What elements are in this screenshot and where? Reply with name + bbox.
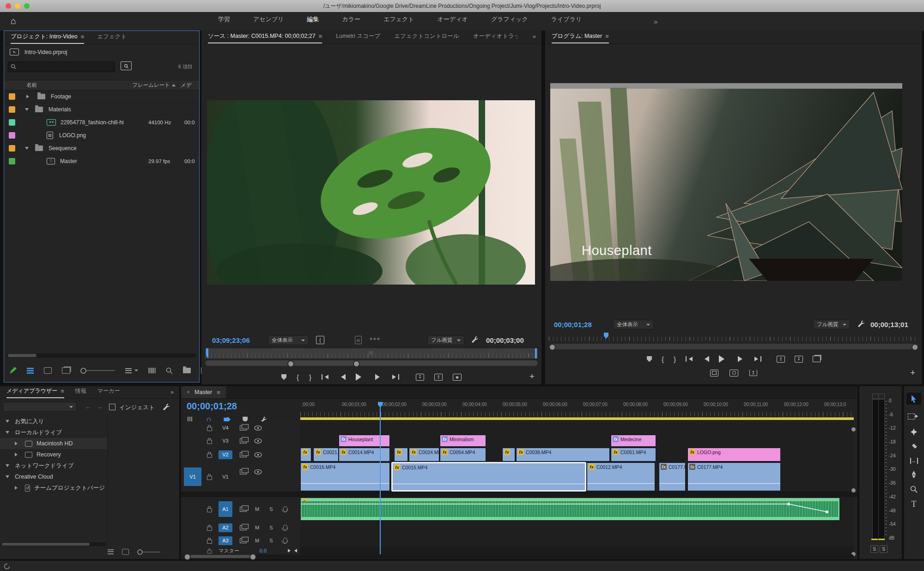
- tree-item[interactable]: ネットワークドライブ: [0, 460, 107, 471]
- track-lane-v3[interactable]: fx Houseplant fx Minimalism fx Medecine: [300, 434, 854, 448]
- step-forward-button[interactable]: [738, 356, 745, 362]
- panel-overflow-icon[interactable]: »: [170, 389, 173, 395]
- go-to-out-button[interactable]: [392, 374, 399, 380]
- export-frame-icon[interactable]: ◉: [453, 374, 462, 381]
- sync-lock-icon[interactable]: [240, 507, 247, 512]
- workspace-tab-assembly[interactable]: アセンブリ: [252, 13, 285, 25]
- timeline-clip[interactable]: fx Medecine: [611, 435, 656, 447]
- tree-divider[interactable]: [107, 414, 108, 541]
- label-color-swatch[interactable]: [9, 119, 15, 126]
- fit-icon[interactable]: [288, 549, 297, 553]
- lock-icon[interactable]: [207, 508, 212, 512]
- program-fit-dropdown[interactable]: 全体表示: [613, 320, 654, 329]
- timeline-clip[interactable]: fx C0012.MP4: [587, 462, 655, 491]
- search-bin-button[interactable]: [121, 61, 132, 70]
- zoom-tool[interactable]: [906, 483, 921, 495]
- timeline-clip[interactable]: fx C0021.: [313, 448, 339, 462]
- export-frame-button[interactable]: [729, 370, 738, 377]
- label-color-swatch[interactable]: [9, 145, 15, 152]
- safe-margins-button[interactable]: [710, 370, 718, 377]
- timeline-audio-clip[interactable]: fx: [300, 498, 840, 521]
- item-label[interactable]: LOGO.png: [59, 132, 199, 139]
- tab-lumetri-scopes[interactable]: Lumetri スコープ: [336, 30, 380, 43]
- lock-icon[interactable]: [207, 454, 212, 458]
- pen-tool[interactable]: [906, 468, 921, 480]
- sync-lock-icon[interactable]: [240, 538, 247, 543]
- project-horizontal-scrollbar[interactable]: [7, 353, 196, 358]
- panel-menu-icon[interactable]: ≡: [81, 33, 85, 40]
- track-header-v3[interactable]: V3: [181, 434, 300, 448]
- lock-icon[interactable]: [207, 476, 212, 480]
- workspace-tab-libraries[interactable]: ライブラリ: [550, 13, 583, 25]
- track-badge[interactable]: V1: [219, 473, 232, 481]
- timeline-clip[interactable]: fx Minimalism: [440, 435, 486, 447]
- selection-tool[interactable]: [906, 393, 921, 405]
- media-zoom-slider[interactable]: [137, 549, 160, 555]
- workspace-tab-editing[interactable]: 編集: [306, 13, 320, 25]
- tab-effect-controls[interactable]: エフェクトコントロール: [394, 30, 459, 43]
- step-forward-button[interactable]: [375, 374, 382, 380]
- timeline-clip[interactable]: fx C0014.MP4: [339, 448, 390, 462]
- timeline-clip[interactable]: fx C0038.MP4: [516, 448, 610, 462]
- track-badge[interactable]: A1: [219, 501, 232, 517]
- source-patch-v1[interactable]: V1: [184, 468, 201, 486]
- track-header-v1[interactable]: V1 V1: [181, 462, 300, 492]
- track-header-v2[interactable]: V2: [181, 447, 300, 462]
- track-badge[interactable]: A2: [219, 523, 232, 532]
- chevron-down-icon[interactable]: [6, 420, 9, 425]
- tree-item[interactable]: Recovery: [0, 449, 107, 460]
- mark-out-button[interactable]: }: [309, 373, 311, 381]
- item-label[interactable]: Footage: [51, 93, 199, 100]
- mark-in-button[interactable]: {: [297, 373, 299, 381]
- source-quality-dropdown[interactable]: フル画質: [427, 335, 464, 345]
- zoom-handle-left[interactable]: [287, 360, 294, 367]
- toggle-track-output-eye-icon[interactable]: [254, 469, 262, 474]
- tab-media-browser[interactable]: メディアブラウザー ≡: [6, 385, 64, 398]
- list-view-button[interactable]: [27, 368, 34, 374]
- extract-button[interactable]: ↧: [795, 356, 803, 363]
- project-item-bin[interactable]: Seequence: [4, 142, 199, 155]
- panel-menu-icon[interactable]: ≡: [319, 33, 322, 40]
- label-color-swatch[interactable]: [9, 106, 15, 113]
- chevron-right-icon[interactable]: [15, 442, 19, 445]
- minimize-window-button[interactable]: [15, 3, 20, 9]
- go-to-in-button[interactable]: [686, 356, 693, 362]
- tab-program[interactable]: プログラム: Master ≡: [552, 30, 609, 43]
- toggle-track-output-eye-icon[interactable]: [254, 425, 262, 431]
- timeline-clip[interactable]: fx: [394, 448, 408, 462]
- slip-tool[interactable]: ↔: [906, 455, 921, 467]
- vertical-scroll-handle[interactable]: [851, 488, 857, 493]
- track-badge[interactable]: V3: [219, 437, 232, 445]
- media-path-dropdown[interactable]: [3, 402, 77, 412]
- tab-source[interactable]: ソース : Master: C0015.MP4: 00;00;02;27 ≡: [208, 30, 322, 43]
- sync-lock-icon[interactable]: [240, 438, 247, 443]
- track-header-a1[interactable]: A1 M S: [181, 497, 300, 522]
- timeline-clip[interactable]: fx C0177.MP4: [687, 462, 781, 491]
- tab-audio-track-mixer[interactable]: オーディオトラック: [473, 30, 517, 43]
- track-badge[interactable]: V2: [219, 450, 232, 459]
- label-color-swatch[interactable]: [9, 158, 15, 164]
- timeline-clip[interactable]: fx LOGO.png: [687, 448, 781, 462]
- track-badge[interactable]: A3: [219, 536, 232, 545]
- label-color-swatch[interactable]: [9, 132, 15, 139]
- timeline-clip[interactable]: fx C0051.MP4: [611, 448, 656, 462]
- sequence-tab[interactable]: × Master ≡: [181, 386, 226, 398]
- chevron-down-icon[interactable]: [25, 147, 29, 152]
- toggle-track-output-eye-icon[interactable]: [254, 438, 262, 443]
- voiceover-mic-icon[interactable]: [283, 525, 287, 530]
- chevron-right-icon[interactable]: [15, 486, 19, 490]
- project-item-sequence[interactable]: ᎒᎒ Master 29.97 fps 00:0: [4, 155, 199, 168]
- source-time-ruler[interactable]: |||: [205, 348, 538, 358]
- tab-effects[interactable]: エフェクト: [97, 30, 127, 44]
- timeline-playhead-line[interactable]: [380, 407, 381, 554]
- item-label[interactable]: Master: [60, 158, 148, 164]
- panel-overflow-icon[interactable]: »: [533, 33, 535, 40]
- add-marker-button[interactable]: [281, 374, 286, 380]
- chevron-down-icon[interactable]: [6, 464, 9, 469]
- razor-tool[interactable]: [906, 441, 921, 453]
- sync-lock-icon[interactable]: [240, 452, 247, 457]
- track-select-forward-tool[interactable]: [906, 410, 921, 422]
- source-zoom-scrollbar[interactable]: [205, 360, 538, 366]
- video-audio-divider[interactable]: [181, 492, 857, 497]
- mark-in-button[interactable]: {: [662, 355, 664, 363]
